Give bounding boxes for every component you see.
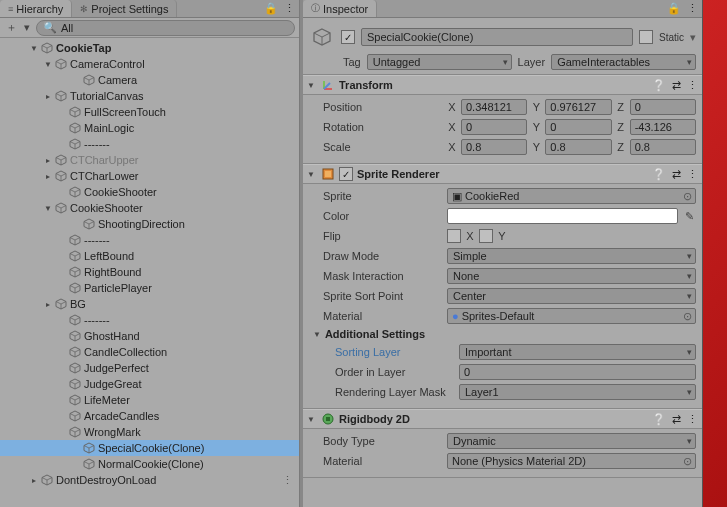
- sort-dropdown[interactable]: Center: [447, 288, 696, 304]
- active-checkbox[interactable]: ✓: [341, 30, 355, 44]
- fold-icon[interactable]: ▼: [28, 44, 40, 53]
- hierarchy-item[interactable]: Camera: [0, 72, 299, 88]
- hierarchy-item[interactable]: CandleCollection: [0, 344, 299, 360]
- kebab-icon[interactable]: ⋮: [284, 2, 295, 15]
- fold-icon[interactable]: ▸: [28, 476, 40, 485]
- hierarchy-item[interactable]: ▼CookieShooter: [0, 200, 299, 216]
- dropdown-arrow-icon[interactable]: ▾: [20, 21, 34, 35]
- sprite-field[interactable]: ▣ CookieRed ⊙: [447, 188, 696, 204]
- layer-dropdown[interactable]: GameInteractables: [551, 54, 696, 70]
- hierarchy-item[interactable]: -------: [0, 312, 299, 328]
- pos-y-field[interactable]: 0.976127: [545, 99, 611, 115]
- hierarchy-item[interactable]: ▼CookieTap: [0, 40, 299, 56]
- rot-z-field[interactable]: -43.126: [630, 119, 696, 135]
- fold-icon[interactable]: ▼: [307, 170, 317, 179]
- hierarchy-item[interactable]: NormalCookie(Clone): [0, 456, 299, 472]
- hierarchy-item[interactable]: ▼CameraControl: [0, 56, 299, 72]
- object-picker-icon[interactable]: ⊙: [683, 310, 692, 323]
- fold-icon[interactable]: ▸: [42, 92, 54, 101]
- add-button[interactable]: ＋: [4, 21, 18, 35]
- hierarchy-item[interactable]: WrongMark: [0, 424, 299, 440]
- kebab-icon[interactable]: ⋮: [687, 413, 698, 426]
- hierarchy-item[interactable]: FullScreenTouch: [0, 104, 299, 120]
- rot-y-field[interactable]: 0: [545, 119, 611, 135]
- object-picker-icon[interactable]: ⊙: [683, 190, 692, 203]
- fold-icon[interactable]: ▼: [42, 204, 54, 213]
- help-icon[interactable]: ❔: [652, 168, 666, 181]
- hierarchy-item[interactable]: LifeMeter: [0, 392, 299, 408]
- rendering-mask-dropdown[interactable]: Layer1: [459, 384, 696, 400]
- hierarchy-item-label: GhostHand: [82, 330, 140, 342]
- kebab-icon[interactable]: ⋮: [687, 168, 698, 181]
- tag-dropdown[interactable]: Untagged: [367, 54, 512, 70]
- eyedropper-icon[interactable]: ✎: [682, 210, 696, 223]
- tab-hierarchy[interactable]: ≡ Hierarchy: [0, 0, 72, 17]
- hierarchy-item[interactable]: ▸CTCharLower: [0, 168, 299, 184]
- enabled-checkbox[interactable]: ✓: [339, 167, 353, 181]
- fold-icon[interactable]: ▼: [307, 415, 317, 424]
- additional-settings-header[interactable]: ▼ Additional Settings: [303, 326, 702, 342]
- lock-icon[interactable]: 🔒: [667, 2, 681, 15]
- fold-icon[interactable]: ▸: [42, 300, 54, 309]
- hierarchy-item[interactable]: LeftBound: [0, 248, 299, 264]
- rb-material-field[interactable]: None (Physics Material 2D) ⊙: [447, 453, 696, 469]
- hierarchy-item[interactable]: ArcadeCandles: [0, 408, 299, 424]
- drawmode-dropdown[interactable]: Simple: [447, 248, 696, 264]
- color-field[interactable]: [447, 208, 678, 224]
- preset-icon[interactable]: ⇄: [672, 168, 681, 181]
- pos-x-field[interactable]: 0.348121: [461, 99, 527, 115]
- hierarchy-item[interactable]: SpecialCookie(Clone): [0, 440, 299, 456]
- hierarchy-item[interactable]: ▸DontDestroyOnLoad⋮: [0, 472, 299, 488]
- chevron-down-icon[interactable]: ▾: [690, 31, 696, 44]
- preset-icon[interactable]: ⇄: [672, 79, 681, 92]
- sorting-layer-dropdown[interactable]: Important: [459, 344, 696, 360]
- flip-y-checkbox[interactable]: [479, 229, 493, 243]
- lock-icon[interactable]: 🔒: [264, 2, 278, 15]
- order-field[interactable]: 0: [459, 364, 696, 380]
- hierarchy-item-label: CandleCollection: [82, 346, 167, 358]
- object-picker-icon[interactable]: ⊙: [683, 455, 692, 468]
- body-type-dropdown[interactable]: Dynamic: [447, 433, 696, 449]
- kebab-icon[interactable]: ⋮: [687, 2, 698, 15]
- hierarchy-item[interactable]: ▸TutorialCanvas: [0, 88, 299, 104]
- hierarchy-item[interactable]: ParticlePlayer: [0, 280, 299, 296]
- fold-icon[interactable]: ▼: [42, 60, 54, 69]
- hierarchy-item[interactable]: -------: [0, 232, 299, 248]
- mask-dropdown[interactable]: None: [447, 268, 696, 284]
- help-icon[interactable]: ❔: [652, 413, 666, 426]
- kebab-icon[interactable]: ⋮: [687, 79, 698, 92]
- kebab-icon[interactable]: ⋮: [282, 474, 293, 487]
- static-checkbox[interactable]: [639, 30, 653, 44]
- hierarchy-item[interactable]: CookieShooter: [0, 184, 299, 200]
- material-field[interactable]: ● Sprites-Default ⊙: [447, 308, 696, 324]
- preset-icon[interactable]: ⇄: [672, 413, 681, 426]
- hierarchy-tree[interactable]: ▼CookieTap▼CameraControlCamera▸TutorialC…: [0, 38, 299, 507]
- sprite-renderer-header[interactable]: ▼ ✓ Sprite Renderer ❔⇄⋮: [303, 164, 702, 184]
- hierarchy-item[interactable]: RightBound: [0, 264, 299, 280]
- hierarchy-item[interactable]: ▸BG: [0, 296, 299, 312]
- help-icon[interactable]: ❔: [652, 79, 666, 92]
- tab-project-settings[interactable]: ✻ Project Settings: [72, 0, 177, 17]
- scl-x-field[interactable]: 0.8: [461, 139, 527, 155]
- fold-icon[interactable]: ▸: [42, 156, 54, 165]
- rot-x-field[interactable]: 0: [461, 119, 527, 135]
- gameobject-icon[interactable]: [309, 24, 335, 50]
- hierarchy-item[interactable]: ▸CTCharUpper: [0, 152, 299, 168]
- hierarchy-search-input[interactable]: 🔍 All: [36, 20, 295, 36]
- pos-z-field[interactable]: 0: [630, 99, 696, 115]
- scl-y-field[interactable]: 0.8: [545, 139, 611, 155]
- hierarchy-item[interactable]: JudgePerfect: [0, 360, 299, 376]
- hierarchy-item[interactable]: -------: [0, 136, 299, 152]
- hierarchy-item[interactable]: JudgeGreat: [0, 376, 299, 392]
- fold-icon[interactable]: ▸: [42, 172, 54, 181]
- flip-x-checkbox[interactable]: [447, 229, 461, 243]
- tab-inspector[interactable]: ⓘ Inspector: [303, 0, 377, 17]
- transform-header[interactable]: ▼ Transform ❔⇄⋮: [303, 75, 702, 95]
- rigidbody2d-header[interactable]: ▼ Rigidbody 2D ❔⇄⋮: [303, 409, 702, 429]
- hierarchy-item[interactable]: GhostHand: [0, 328, 299, 344]
- fold-icon[interactable]: ▼: [307, 81, 317, 90]
- hierarchy-item[interactable]: ShootingDirection: [0, 216, 299, 232]
- gameobject-name-field[interactable]: SpecialCookie(Clone): [361, 28, 633, 46]
- scl-z-field[interactable]: 0.8: [630, 139, 696, 155]
- hierarchy-item[interactable]: MainLogic: [0, 120, 299, 136]
